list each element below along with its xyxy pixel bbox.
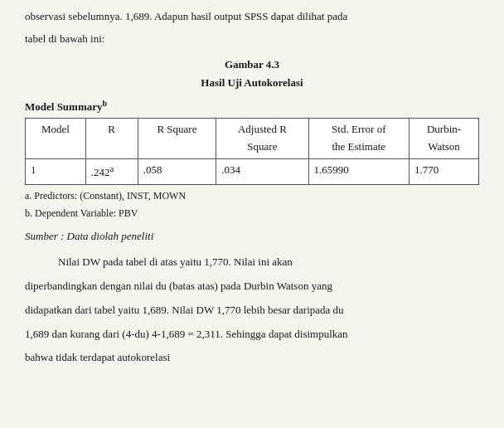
col-dw-header: Durbin- Watson	[410, 119, 479, 159]
body-paragraph-1: Nilai DW pada tabel di atas yaitu 1,770.…	[25, 254, 479, 271]
table-row: 1 .242a .058 .034 1.65990 1.770	[26, 158, 479, 184]
body-paragraph-3: didapatkan dari tabel yaitu 1,689. Nilai…	[25, 302, 479, 319]
cell-model: 1	[26, 158, 86, 184]
footnote-b: b. Dependent Variable: PBV	[25, 206, 479, 221]
summary-table: Model R R Square Adjusted R Square Std. …	[25, 118, 479, 185]
top-text-2: tabel di bawah ini:	[25, 31, 479, 48]
cell-r: .242a	[85, 158, 138, 184]
body-paragraph-4: 1,689 dan kurang dari (4-du) 4-1,689 = 2…	[25, 326, 479, 343]
source-text: Sumber : Data diolah peneliti	[25, 228, 479, 246]
top-text-1: observasi sebelumnya. 1,689. Adapun hasi…	[25, 8, 479, 26]
col-stderr-header: Std. Error of the Estimate	[308, 119, 409, 159]
figure-title: Gambar 4.3	[25, 56, 479, 74]
col-adjrsquare-header: Adjusted R Square	[216, 119, 308, 159]
cell-dw: 1.770	[410, 158, 479, 184]
cell-stderr: 1.65990	[308, 158, 409, 184]
cell-rsquare: .058	[138, 158, 216, 184]
footnote-a: a. Predictors: (Constant), INST, MOWN	[25, 188, 479, 204]
cell-adjrsquare: .034	[216, 158, 308, 184]
model-summary-label: Model Summaryb	[25, 97, 479, 116]
col-r-header: R	[85, 119, 138, 159]
body-paragraph-5: bahwa tidak terdapat autokorelasi	[25, 349, 479, 367]
col-model-header: Model	[26, 119, 86, 159]
body-paragraph-2: diperbandingkan dengan nilai du (batas a…	[25, 278, 479, 295]
col-rsquare-header: R Square	[138, 119, 216, 159]
figure-subtitle: Hasil Uji Autokorelasi	[25, 75, 479, 92]
